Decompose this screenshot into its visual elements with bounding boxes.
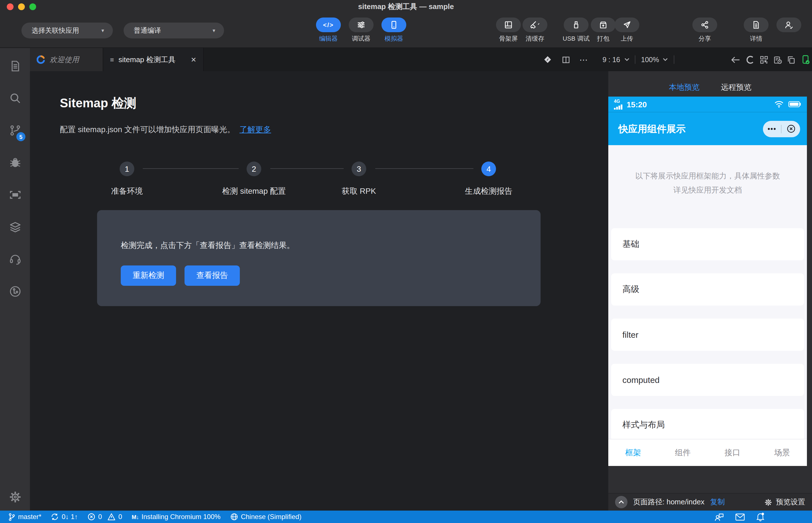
clear-cache-button[interactable]: 清缓存 — [518, 18, 552, 43]
sidebar-item-version-timeline[interactable] — [0, 275, 30, 307]
tab-local-preview[interactable]: 本地预览 — [669, 83, 699, 98]
strip-controls: ⋯ 9 : 16 100% — [543, 48, 810, 71]
sidebar-item-settings[interactable] — [0, 484, 30, 510]
problems-status[interactable]: 0 0 — [88, 513, 122, 521]
phone-tab-framework[interactable]: 框架 — [608, 448, 658, 458]
notification-bell-icon[interactable] — [756, 512, 764, 521]
step-2-number: 2 — [247, 162, 261, 176]
sliders-icon — [357, 20, 366, 29]
package-box-icon — [599, 20, 608, 29]
close-circle-icon[interactable] — [786, 124, 795, 133]
refresh-icon[interactable] — [745, 55, 754, 64]
status-bar: master* 0↓ 1↑ 0 0 M↓ — [0, 510, 812, 523]
log-report-icon[interactable] — [773, 55, 782, 64]
task-label: Installing Chromium 100% — [141, 513, 221, 521]
collapse-chevron-icon[interactable] — [615, 496, 627, 508]
sidebar-item-explorer[interactable] — [0, 50, 30, 82]
page-path-label: 页面路径: home/index — [633, 497, 704, 507]
recheck-button[interactable]: 重新检测 — [121, 266, 176, 286]
zoom-level-value: 100% — [641, 56, 659, 64]
document-icon — [8, 59, 22, 73]
step-3-label: 获取 RPK — [342, 186, 376, 197]
network-type-label: 4G — [614, 99, 620, 104]
list-item-basic[interactable]: 基础 — [611, 228, 804, 260]
close-tab-icon[interactable]: ✕ — [191, 56, 196, 64]
scm-badge: 5 — [16, 132, 25, 141]
simulator-mode-button[interactable]: 模拟器 — [377, 18, 411, 43]
list-item-filter[interactable]: filter — [611, 319, 804, 351]
more-actions-icon[interactable]: ⋯ — [579, 54, 588, 65]
split-view-icon[interactable] — [561, 55, 570, 64]
sync-status[interactable]: 0↓ 1↑ — [51, 513, 78, 521]
app-select-dropdown[interactable]: 选择关联快应用 ▼ — [21, 23, 113, 38]
sidebar-item-screenshot[interactable] — [0, 179, 30, 211]
list-item-advanced[interactable]: 高级 — [611, 273, 804, 306]
aspect-ratio-value: 9 : 16 — [602, 56, 620, 64]
circle-branch-icon — [8, 284, 22, 298]
tab-sitemap-tool[interactable]: ≡ sitemap 检测工具 ✕ — [103, 48, 204, 71]
compile-mode-dropdown[interactable]: 普通编译 ▼ — [124, 23, 224, 38]
aspect-ratio-dropdown[interactable] — [624, 58, 630, 61]
details-button[interactable]: 详情 — [739, 18, 773, 43]
share-button[interactable]: 分享 — [688, 18, 722, 43]
phone-tab-bar: 框架 组件 接口 场景 — [608, 439, 807, 466]
download-task-icon: M↓ — [132, 514, 139, 520]
learn-more-link[interactable]: 了解更多 — [240, 125, 271, 135]
phone-tab-scenes[interactable]: 场景 — [757, 448, 807, 458]
result-message: 检测完成，点击下方「查看报告」查看检测结果。 — [121, 240, 517, 251]
qr-code-icon[interactable] — [759, 55, 769, 64]
list-item-computed[interactable]: computed — [611, 364, 804, 396]
phone-tab-components[interactable]: 组件 — [658, 448, 707, 458]
zoom-level-dropdown[interactable] — [662, 58, 668, 61]
tab-sitemap-label: sitemap 检测工具 — [118, 54, 175, 65]
search-icon — [8, 91, 22, 105]
view-report-button[interactable]: 查看报告 — [185, 266, 240, 286]
divider — [635, 55, 635, 64]
chevron-down-icon: ▼ — [100, 28, 105, 33]
device-connected-icon[interactable] — [801, 55, 810, 65]
phone-tab-interfaces[interactable]: 接口 — [707, 448, 757, 458]
preview-settings-button[interactable]: 预览设置 — [764, 497, 805, 507]
editor-mode-button[interactable]: </> 编辑器 — [311, 18, 345, 43]
sidebar-item-support[interactable] — [0, 243, 30, 275]
account-button[interactable] — [772, 18, 806, 34]
upload-button[interactable]: 上传 — [610, 18, 644, 43]
task-status[interactable]: M↓ Installing Chromium 100% — [132, 513, 221, 521]
window-title: sitemap 检测工具 — sample — [0, 0, 812, 14]
page-path-bar: 页面路径: home/index 复制 预览设置 — [608, 493, 812, 510]
format-icon[interactable] — [543, 55, 552, 64]
page-description: 配置 sitemap.json 文件可以增加快应用页面曝光。 — [60, 125, 235, 135]
feedback-icon[interactable] — [714, 512, 724, 521]
sidebar-item-layers[interactable] — [0, 211, 30, 243]
page-title: Sitemap 检测 — [60, 95, 136, 112]
ide-window: sitemap 检测工具 — sample 选择关联快应用 ▼ 普通编译 ▼ <… — [0, 0, 812, 523]
language-label: Chinese (Simplified) — [241, 513, 302, 521]
git-branch-icon — [8, 512, 15, 521]
sidebar-item-debug[interactable] — [0, 146, 30, 179]
tab-welcome[interactable]: 欢迎使用 — [30, 48, 103, 71]
sidebar-item-search[interactable] — [0, 82, 30, 114]
component-list: 基础 高级 filter computed 样式与布局 — [608, 228, 807, 441]
back-icon[interactable] — [731, 56, 740, 64]
bug-icon — [8, 156, 22, 169]
sidebar-item-source-control[interactable]: 5 — [0, 114, 30, 146]
step-2-label: 检测 sitemap 配置 — [222, 186, 286, 197]
copy-path-link[interactable]: 复制 — [710, 497, 725, 507]
step-2: 2 检测 sitemap 配置 — [209, 150, 299, 197]
tab-remote-preview[interactable]: 远程预览 — [721, 83, 751, 98]
debugger-mode-button[interactable]: 调试器 — [344, 18, 378, 43]
copy-window-icon[interactable] — [787, 55, 796, 64]
titlebar: sitemap 检测工具 — sample — [0, 0, 812, 14]
preview-panel: 本地预览 远程预览 4G — [608, 71, 812, 510]
share-icon — [700, 20, 709, 29]
intro-text: 以下将展示快应用框架能力，具体属性参数 详见快应用开发文档 — [608, 169, 807, 197]
mail-icon[interactable] — [735, 513, 745, 521]
list-item-style-layout[interactable]: 样式与布局 — [611, 409, 804, 441]
warning-count: 0 — [118, 513, 122, 521]
step-4-label: 生成检测报告 — [465, 186, 512, 197]
menu-dots-icon[interactable]: ••• — [768, 125, 776, 133]
language-status[interactable]: Chinese (Simplified) — [230, 513, 302, 521]
step-indicator: 1 准备环境 2 检测 sitemap 配置 3 获取 RPK 4 — [30, 150, 608, 212]
branch-status[interactable]: master* — [8, 512, 41, 521]
send-icon — [622, 20, 631, 29]
